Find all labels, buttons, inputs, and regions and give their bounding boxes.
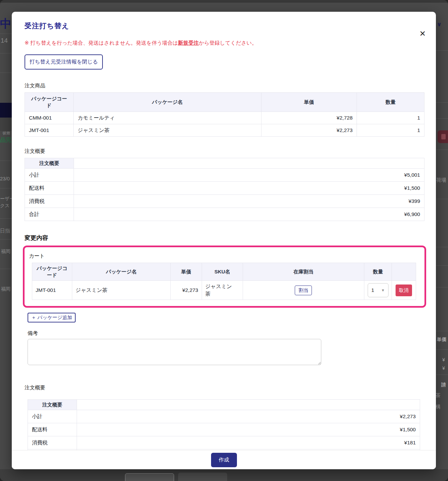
sku-name-text: ジャスミン茶 — [205, 283, 234, 298]
backdrop-bottom-fill-button — [178, 473, 227, 481]
cell-package-name: ジャスミン茶 — [74, 124, 261, 137]
table-header-row: パッケージコード パッケージ名 単価 SKU名 在庫割当 数量 — [32, 263, 416, 281]
toggle-source-order-button[interactable]: 打ち替え元受注情報を閉じる — [25, 54, 103, 70]
modal-title: 受注打ち替え — [25, 21, 424, 31]
backdrop-date-fragment: 23/0 — [0, 176, 10, 181]
table-row: JMT-001 ジャスミン茶 ¥2,273 1 — [25, 124, 424, 137]
warning-text-suffix: から登録してください。 — [199, 40, 257, 46]
warning-text-prefix: ※ 打ち替えを行った場合、発送はされません。発送を伴う場合は — [25, 40, 178, 46]
summary-row-value: ¥1,500 — [74, 182, 424, 195]
divider-line — [0, 53, 12, 53]
backdrop-column-header-fragment: 単価 — [437, 337, 446, 343]
chevron-down-icon: ∨ — [437, 21, 442, 28]
divider-line — [0, 218, 12, 219]
screen: 中 14 状態 品完了 23/0 ーザー クス 日指 福岡 福岡 ∨ 荷場 単価… — [0, 0, 448, 481]
divider-line — [0, 73, 12, 73]
table-row: 消費税¥399 — [25, 195, 424, 208]
modal-body: 受注打ち替え ✕ ※ 打ち替えを行った場合、発送はされません。発送を伴う場合は新… — [12, 12, 436, 450]
quantity-value: 1 — [371, 287, 374, 294]
cell-package-code: CMM-001 — [25, 112, 74, 124]
table-row: 小計¥5,001 — [25, 169, 424, 182]
backdrop-price-fragment: ¥ — [442, 365, 445, 371]
summary-header-blank — [77, 400, 420, 410]
backdrop-navy-header-bar — [0, 103, 12, 118]
changes-heading: 変更内容 — [25, 234, 424, 242]
column-header-quantity: 数量 — [364, 263, 392, 281]
divider-line — [436, 149, 448, 150]
order-summary-label: 注文概要 — [25, 148, 424, 155]
order-items-label: 注文商品 — [25, 82, 424, 89]
divider-line — [436, 199, 448, 199]
order-summary-table: 注文概要 小計¥5,001 配送料¥1,500 消費税¥399 合計¥6,900 — [25, 158, 424, 221]
cell-quantity: 1 ▼ — [364, 281, 392, 300]
cell-quantity: 1 — [357, 112, 424, 124]
new-order-link[interactable]: 新規受注 — [178, 40, 199, 46]
backdrop-status-label-fragment: 状態 — [3, 131, 10, 136]
trash-icon — [441, 134, 446, 139]
notes-textarea[interactable] — [28, 339, 321, 365]
backdrop-text-fragment: 構 — [436, 404, 441, 410]
create-button[interactable]: 作成 — [211, 453, 237, 467]
column-header-unit-price: 単価 — [261, 93, 357, 112]
backdrop-text-fragment: 請 — [441, 382, 446, 388]
summary-row-label: 小計 — [25, 169, 74, 182]
backdrop-price-fragment: ¥ — [442, 357, 445, 362]
warning-message: ※ 打ち替えを行った場合、発送はされません。発送を伴う場合は新規受注から登録して… — [25, 40, 424, 47]
allocate-button[interactable]: 割当 — [295, 286, 312, 295]
column-header-package-code: パッケージコード — [32, 263, 72, 281]
column-header-unit-price: 単価 — [171, 263, 202, 281]
table-header-row: 注文概要 — [28, 400, 420, 410]
column-header-quantity: 数量 — [357, 93, 424, 112]
table-header-row: パッケージコード パッケージ名 単価 数量 — [25, 93, 424, 112]
column-header-actions — [392, 263, 416, 281]
cart-row: JMT-001 ジャスミン茶 ¥2,273 ジャスミン茶 割当 1 ▼ — [32, 281, 416, 300]
divider-line — [0, 188, 12, 188]
summary-row-value: ¥399 — [74, 195, 424, 208]
divider-line — [0, 269, 12, 269]
cell-package-name: ジャスミン茶 — [72, 281, 170, 300]
summary-row-value: ¥6,900 — [74, 208, 424, 221]
table-row: 配送料¥1,500 — [25, 182, 424, 195]
cell-unit-price: ¥2,273 — [171, 281, 202, 300]
backdrop-text-fragment: 茶 — [436, 392, 441, 399]
backdrop-delete-button — [438, 130, 448, 143]
summary-header-blank — [74, 158, 424, 169]
quantity-select[interactable]: 1 ▼ — [368, 283, 389, 297]
new-order-summary-label: 注文概要 — [25, 384, 424, 391]
backdrop-text-fragment: 日指 — [0, 228, 10, 234]
table-header-row: 注文概要 — [25, 158, 424, 169]
table-row: 消費税¥181 — [28, 436, 420, 449]
backdrop-bottom-outline-button — [125, 473, 174, 481]
cell-unit-price: ¥2,728 — [261, 112, 357, 124]
divider-line — [436, 331, 448, 331]
divider-line — [0, 161, 12, 161]
add-package-button[interactable]: ＋ パッケージ追加 — [28, 313, 76, 322]
column-header-sku-name: SKU名 — [202, 263, 243, 281]
summary-row-label: 小計 — [28, 410, 77, 423]
summary-row-label: 配送料 — [25, 182, 74, 195]
divider-line — [0, 34, 12, 34]
divider-line — [436, 287, 448, 288]
table-row: CMM-001 カモミールティ ¥2,728 1 — [25, 112, 424, 124]
summary-row-label: 消費税 — [28, 436, 77, 449]
divider-line — [436, 50, 448, 51]
backdrop-text-fragment: クス — [0, 203, 10, 209]
cell-package-code: JMT-001 — [32, 281, 72, 300]
cell-unit-price: ¥2,273 — [261, 124, 357, 137]
column-header-package-name: パッケージ名 — [72, 263, 170, 281]
summary-row-value: ¥2,273 — [77, 410, 420, 423]
summary-header-cell: 注文概要 — [28, 400, 77, 410]
divider-line — [436, 247, 448, 247]
cancel-item-button[interactable]: 取消 — [396, 285, 412, 296]
close-icon[interactable]: ✕ — [419, 30, 426, 38]
divider-line — [436, 102, 448, 103]
backdrop-text-fragment: 荷場 — [436, 177, 446, 183]
cell-actions: 取消 — [392, 281, 416, 300]
summary-row-label: 配送料 — [28, 423, 77, 436]
notes-label: 備考 — [28, 330, 424, 337]
order-items-table: パッケージコード パッケージ名 単価 数量 CMM-001 カモミールティ ¥2… — [25, 92, 424, 137]
cell-package-name: カモミールティ — [74, 112, 261, 124]
cart-highlight-box: カート パッケージコード パッケージ名 単価 SKU名 在庫割当 数量 — [23, 246, 426, 308]
summary-row-label: 合計 — [25, 208, 74, 221]
cell-package-code: JMT-001 — [25, 124, 74, 137]
